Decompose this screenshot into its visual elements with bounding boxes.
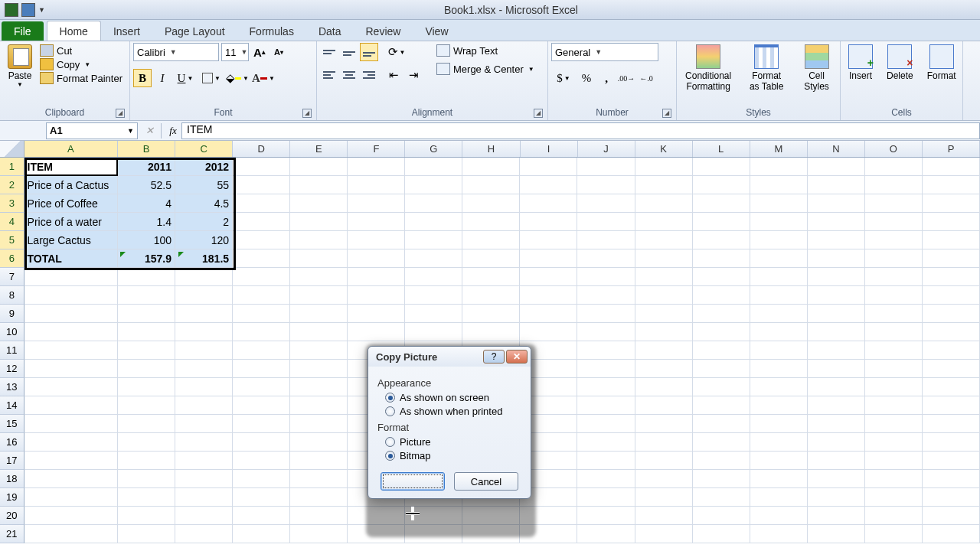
cell[interactable] [808, 194, 865, 213]
cell[interactable] [348, 158, 405, 176]
cell[interactable] [865, 470, 923, 488]
radio-as-shown-screen[interactable]: As shown on screen [385, 392, 521, 403]
cell[interactable] [865, 396, 923, 415]
cell[interactable] [635, 213, 693, 231]
cell[interactable] [118, 433, 175, 452]
cell[interactable] [635, 488, 693, 507]
cell[interactable] [233, 213, 290, 231]
cell[interactable] [923, 396, 980, 415]
cell[interactable] [118, 507, 175, 525]
percent-button[interactable]: % [577, 69, 596, 87]
cell[interactable] [808, 452, 865, 470]
cell[interactable] [175, 452, 233, 470]
cell[interactable] [923, 378, 980, 396]
tab-data[interactable]: Data [306, 21, 354, 41]
tab-review[interactable]: Review [354, 21, 413, 41]
cell[interactable] [865, 360, 923, 378]
cell[interactable] [290, 507, 348, 525]
row-header[interactable]: 21 [0, 525, 24, 543]
cell[interactable] [233, 488, 290, 507]
cell[interactable] [348, 231, 405, 249]
cell[interactable] [24, 525, 118, 543]
cell[interactable] [233, 249, 290, 268]
cell[interactable] [405, 213, 462, 231]
cell[interactable] [635, 286, 693, 305]
radio-as-shown-printed[interactable]: As shown when printed [385, 406, 521, 417]
cell[interactable] [808, 525, 865, 543]
cell[interactable] [577, 286, 635, 305]
cell[interactable] [577, 378, 635, 396]
cell[interactable] [462, 213, 520, 231]
cell[interactable] [118, 415, 175, 433]
cell[interactable] [462, 268, 520, 286]
cell[interactable] [635, 305, 693, 323]
cell[interactable] [290, 213, 348, 231]
cell[interactable] [290, 470, 348, 488]
row-header[interactable]: 9 [0, 305, 24, 323]
cell[interactable] [24, 305, 118, 323]
cell[interactable]: 55 [175, 176, 233, 194]
cell[interactable] [290, 341, 348, 360]
cell[interactable] [808, 360, 865, 378]
cell[interactable] [24, 433, 118, 452]
cell[interactable] [520, 194, 577, 213]
cell[interactable] [233, 158, 290, 176]
row-header[interactable]: 7 [0, 268, 24, 286]
cell[interactable] [750, 415, 808, 433]
cell[interactable] [693, 323, 750, 341]
italic-button[interactable]: I [153, 69, 172, 87]
row-header[interactable]: 2 [0, 176, 24, 194]
cell[interactable] [865, 194, 923, 213]
cell[interactable] [24, 415, 118, 433]
cell[interactable] [808, 323, 865, 341]
dialog-close-button[interactable]: ✕ [506, 350, 528, 364]
cell[interactable] [348, 194, 405, 213]
cell[interactable] [462, 231, 520, 249]
cell[interactable] [693, 213, 750, 231]
cell[interactable] [750, 341, 808, 360]
cell[interactable] [290, 194, 348, 213]
cell[interactable] [118, 305, 175, 323]
cell[interactable] [750, 249, 808, 268]
cell[interactable] [233, 470, 290, 488]
cell[interactable] [520, 231, 577, 249]
row-header[interactable]: 19 [0, 488, 24, 507]
cell[interactable] [750, 176, 808, 194]
row-header[interactable]: 11 [0, 341, 24, 360]
cell[interactable] [808, 231, 865, 249]
cell[interactable] [24, 452, 118, 470]
cell[interactable] [577, 231, 635, 249]
cell[interactable] [750, 158, 808, 176]
cell[interactable] [520, 249, 577, 268]
copy-button[interactable]: Copy▼ [40, 58, 122, 70]
cell[interactable] [693, 360, 750, 378]
cell[interactable] [635, 176, 693, 194]
cell[interactable]: 100 [118, 231, 175, 249]
cell[interactable] [175, 305, 233, 323]
borders-button[interactable]: ▼ [199, 69, 224, 87]
col-header[interactable]: E [290, 141, 348, 157]
cell[interactable] [808, 249, 865, 268]
cell[interactable]: 4.5 [175, 194, 233, 213]
col-header[interactable]: J [578, 141, 635, 157]
cell[interactable] [808, 341, 865, 360]
decrease-indent-button[interactable]: ⇤ [384, 66, 403, 84]
cell[interactable] [865, 176, 923, 194]
cell[interactable] [348, 323, 405, 341]
cell[interactable] [233, 433, 290, 452]
save-icon[interactable] [21, 3, 35, 17]
cell[interactable] [24, 378, 118, 396]
cell[interactable] [808, 286, 865, 305]
align-bottom-button[interactable] [360, 43, 378, 61]
cell[interactable] [175, 268, 233, 286]
increase-decimal-button[interactable]: .00→ [617, 69, 635, 87]
col-header[interactable]: L [693, 141, 750, 157]
cell[interactable]: 2011 [118, 158, 175, 176]
tab-formulas[interactable]: Formulas [237, 21, 306, 41]
cell[interactable] [520, 305, 577, 323]
format-cells-button[interactable]: Format [923, 43, 961, 83]
cell[interactable]: Price of Coffee [24, 194, 118, 213]
cell[interactable] [923, 433, 980, 452]
cell[interactable] [635, 158, 693, 176]
cell[interactable] [577, 249, 635, 268]
